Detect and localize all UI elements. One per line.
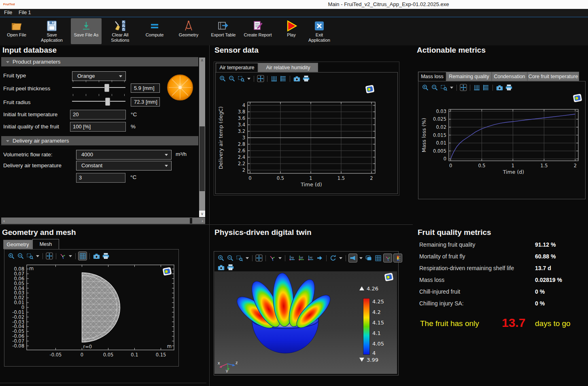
print-icon[interactable]: [226, 263, 234, 271]
zoom-out-icon[interactable]: [228, 75, 236, 83]
menu-file-1[interactable]: File 1: [19, 10, 31, 15]
play-button[interactable]: Play: [280, 18, 303, 44]
open-file-button[interactable]: Open File: [3, 18, 30, 44]
initial-fruit-temperature-input[interactable]: 20: [70, 110, 126, 119]
zoom-in-icon[interactable]: [217, 254, 225, 262]
volumetric-flow-rate-dropdown[interactable]: 4000: [76, 150, 172, 160]
grid-toggle-icon[interactable]: [374, 254, 382, 262]
grid-x-icon[interactable]: [482, 83, 490, 92]
fruit-radius-value[interactable]: 72.3 [mm]: [131, 97, 160, 107]
zoom-out-icon[interactable]: [226, 254, 234, 262]
slider-thumb[interactable]: [105, 98, 110, 106]
compute-button[interactable]: Compute: [141, 18, 168, 44]
fit-icon[interactable]: [45, 252, 53, 260]
scroll-right-arrow[interactable]: ›: [200, 218, 205, 224]
mass-loss-chart[interactable]: 00.511.5200.0050.010.0150.020.0250.03Tim…: [419, 106, 583, 181]
fruit-type-dropdown[interactable]: Orange: [72, 71, 126, 81]
fit-icon[interactable]: [255, 254, 263, 262]
menu-file[interactable]: File: [4, 10, 12, 15]
product-parameters-section-header[interactable]: Product parameters: [1, 57, 198, 66]
chevron-down-icon[interactable]: [69, 255, 72, 257]
zoom-in-icon[interactable]: [421, 83, 429, 92]
save-application-button[interactable]: Save Application: [36, 18, 68, 44]
scroll-down-arrow[interactable]: ∨: [199, 211, 205, 217]
grid-y-icon[interactable]: [473, 83, 481, 92]
triad-icon[interactable]: [59, 252, 67, 260]
constant-temperature-unit: °C: [130, 174, 136, 180]
zoom-in-icon[interactable]: [219, 75, 227, 83]
input-vertical-scrollbar[interactable]: ∧ ∨: [199, 58, 205, 217]
rotate-icon[interactable]: [329, 254, 337, 262]
tab-air-relative-humidity[interactable]: Air relative humidity: [258, 63, 318, 72]
clear-all-solutions-button[interactable]: Clear All Solutions: [104, 18, 136, 44]
fruit-peel-thickness-slider[interactable]: [72, 83, 125, 92]
tab-core-fruit-temperature[interactable]: Core fruit temperature: [527, 72, 579, 81]
view-xy-icon[interactable]: xy: [288, 254, 296, 262]
perspective-icon[interactable]: [348, 254, 357, 262]
camera-icon[interactable]: [495, 83, 503, 92]
scrollbar-thumb-end[interactable]: [190, 218, 192, 224]
scene-icon[interactable]: [365, 254, 373, 262]
tab-condensation[interactable]: Condensation: [492, 72, 527, 81]
export-table-button[interactable]: Export Table: [209, 18, 238, 44]
chevron-down-icon[interactable]: [36, 255, 39, 257]
tab-mass-loss[interactable]: Mass loss: [418, 72, 446, 81]
tab-mesh[interactable]: Mesh: [32, 239, 59, 249]
scroll-left-arrow[interactable]: ‹: [1, 218, 7, 224]
zoom-box-icon[interactable]: [237, 75, 245, 83]
chevron-down-icon[interactable]: [339, 257, 342, 259]
chevron-down-icon[interactable]: [278, 257, 282, 259]
view-yz-icon[interactable]: yz: [297, 254, 305, 262]
constant-temperature-input[interactable]: 3: [76, 173, 125, 183]
default-view-icon[interactable]: [316, 254, 324, 262]
delivery-air-parameters-section-header[interactable]: Delivery air parameters: [1, 136, 198, 145]
triad-icon[interactable]: [268, 254, 276, 262]
zoom-out-icon[interactable]: [431, 83, 439, 92]
chevron-down-icon[interactable]: [247, 78, 250, 80]
fit-icon[interactable]: [257, 75, 265, 83]
print-icon[interactable]: [102, 252, 110, 260]
scrollbar-thumb[interactable]: [200, 126, 205, 191]
input-database-title: Input database: [2, 46, 57, 55]
save-file-as-button[interactable]: Save File As: [71, 18, 102, 44]
fruit-radius-slider[interactable]: [72, 97, 125, 105]
tab-remaining-quality[interactable]: Remaining quality: [446, 72, 492, 81]
zoom-out-icon[interactable]: [17, 252, 25, 260]
camera-icon[interactable]: [92, 252, 100, 260]
delivery-air-temperature-dropdown[interactable]: Constant: [76, 161, 172, 171]
grid-y-icon[interactable]: [270, 75, 278, 83]
fruit-peel-thickness-value[interactable]: 5.9 [mm]: [131, 83, 160, 93]
camera-icon[interactable]: [217, 263, 225, 271]
chevron-down-icon[interactable]: [450, 87, 453, 89]
svg-text:2: 2: [574, 163, 577, 168]
print-icon[interactable]: [505, 83, 513, 92]
grid-x-icon[interactable]: [279, 75, 287, 83]
tab-geometry[interactable]: Geometry: [3, 240, 32, 249]
tab-air-temperature[interactable]: Air temperature: [216, 63, 258, 72]
zoom-box-icon[interactable]: [440, 83, 448, 92]
camera-icon[interactable]: [293, 75, 301, 83]
svg-text:Time (d): Time (d): [300, 181, 322, 188]
view-xz-icon[interactable]: xz: [306, 254, 314, 262]
mesh-chart[interactable]: -0.0500.050.10.150.080.070.060.050.040.0…: [6, 262, 176, 364]
slider-thumb[interactable]: [104, 84, 109, 92]
zoom-box-icon[interactable]: [236, 254, 244, 262]
grid-toggle-icon[interactable]: [78, 252, 87, 260]
geometry-button[interactable]: Geometry: [175, 18, 202, 44]
chevron-down-icon[interactable]: [359, 257, 363, 259]
create-report-button[interactable]: Create Report: [243, 18, 273, 44]
sensor-chart[interactable]: 00.511.5222.22.42.62.833.23.43.63.84Time…: [216, 99, 381, 192]
input-horizontal-scrollbar[interactable]: ‹ ›: [1, 218, 205, 224]
exit-application-button[interactable]: Exit Application: [304, 18, 334, 44]
zoom-in-icon[interactable]: [7, 252, 15, 260]
vertical-divider[interactable]: [209, 45, 210, 386]
chevron-down-icon[interactable]: [246, 257, 249, 259]
fit-icon[interactable]: [459, 83, 467, 92]
print-icon[interactable]: [302, 75, 310, 83]
zoom-box-icon[interactable]: [26, 252, 34, 260]
initial-quality-input[interactable]: 100 [%]: [70, 122, 126, 132]
legend-toggle-icon[interactable]: [393, 254, 402, 262]
axes-toggle-icon[interactable]: [383, 254, 392, 262]
horizontal-divider[interactable]: [0, 224, 413, 225]
scroll-up-arrow[interactable]: ∧: [199, 58, 205, 63]
